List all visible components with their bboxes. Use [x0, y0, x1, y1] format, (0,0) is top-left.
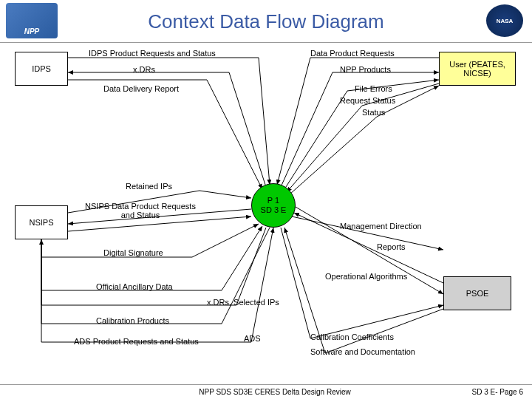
entity-psoe: PSOE: [443, 276, 511, 310]
flow-idps-requests: IDPS Product Requests and Status: [89, 49, 216, 58]
flow-status: Status: [362, 108, 385, 117]
entity-user: User (PEATES, NICSE): [439, 52, 516, 86]
footer: NPP SDS SD3E CERES Delta Design Review S…: [0, 384, 532, 399]
npp-logo-icon: NPP: [6, 3, 58, 38]
flow-software-docs: Software and Documentation: [310, 347, 415, 356]
flow-retained-ips: Retained IPs: [126, 182, 172, 191]
flow-management-direction: Management Direction: [340, 222, 422, 231]
page-title: Context Data Flow Diagram: [0, 0, 532, 33]
svg-line-17: [200, 191, 251, 198]
flow-calibration-products: Calibration Products: [96, 316, 169, 325]
svg-line-22: [296, 207, 443, 294]
flow-operational-algorithms: Operational Algorithms: [325, 272, 407, 281]
flow-npp-products: NPP Products: [340, 65, 391, 74]
footer-center: NPP SDS SD3E CERES Delta Design Review: [9, 388, 532, 396]
entity-idps: IDPS: [15, 52, 68, 86]
flow-data-product-requests: Data Product Requests: [310, 49, 395, 58]
flow-file-errors: File Errors: [355, 84, 392, 93]
flow-calibration-coeffs: Calibration Coefficients: [310, 332, 394, 341]
flow-xdrs-selected: x.DRs, Selected IPs: [207, 298, 279, 307]
flow-data-delivery: Data Delivery Report: [103, 84, 179, 93]
svg-line-1: [259, 58, 270, 185]
flow-digital-signature: Digital Signature: [103, 248, 163, 257]
svg-line-14: [290, 117, 377, 194]
svg-line-2: [229, 72, 266, 187]
flow-official-ancillary: Official Ancillary Data: [96, 282, 173, 291]
entity-nsips: NSIPS: [15, 205, 68, 239]
process-line2: SD 3 E: [261, 205, 287, 215]
svg-line-7: [277, 58, 310, 185]
process-line1: P 1: [267, 196, 279, 205]
diagram-canvas: IDPS NSIPS User (PEATES, NICSE) PSOE P 1…: [0, 43, 532, 377]
svg-line-13: [287, 106, 362, 192]
flow-request-status: Request Status: [340, 96, 395, 105]
flow-xdrs: x.DRs: [133, 65, 155, 74]
flow-nsips-requests: NSIPS Data Product Requests and Status: [81, 202, 200, 219]
flow-ads-requests: ADS Product Requests and Status: [74, 337, 199, 346]
nasa-logo-icon: NASA: [486, 4, 523, 37]
process-node: P 1 SD 3 E: [251, 183, 296, 228]
flow-ads: ADS: [244, 334, 261, 343]
svg-line-10: [284, 91, 347, 189]
svg-line-8: [281, 72, 332, 187]
svg-line-5: [207, 80, 262, 189]
header: NPP Context Data Flow Diagram NASA: [0, 0, 532, 43]
flow-reports: Reports: [377, 242, 406, 251]
